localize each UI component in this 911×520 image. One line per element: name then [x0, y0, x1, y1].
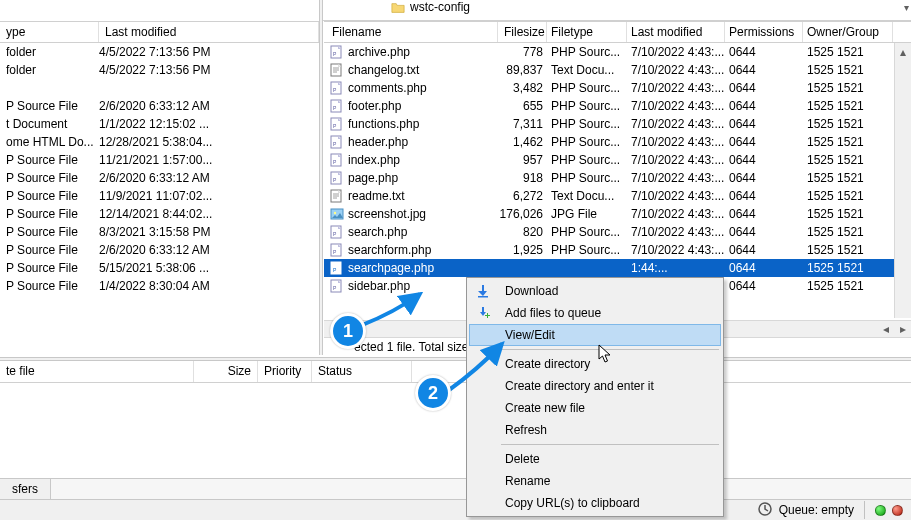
- ctx-add-to-queue[interactable]: Add files to queue: [469, 302, 721, 324]
- local-cell-type: folder: [0, 63, 99, 77]
- remote-list-row[interactable]: Psearchpage.php1:44:...06441525 1521: [324, 259, 911, 277]
- remote-list-row[interactable]: Psearchform.php1,925PHP Sourc...7/10/202…: [324, 241, 911, 259]
- local-list-row[interactable]: P Source File11/21/2021 1:57:00...: [0, 151, 319, 169]
- local-list-row[interactable]: P Source File12/14/2021 8:44:02...: [0, 205, 319, 223]
- remote-cell-owner: 1525 1521: [803, 63, 893, 77]
- ctx-refresh-label: Refresh: [505, 423, 547, 437]
- remote-col-modified[interactable]: Last modified: [627, 22, 725, 42]
- bottom-tabs: sfers: [0, 478, 911, 499]
- scroll-right-icon[interactable]: ▸: [894, 321, 911, 338]
- php-file-icon: P: [330, 243, 344, 257]
- local-list-row[interactable]: P Source File11/9/2021 11:07:02...: [0, 187, 319, 205]
- remote-cell-size: 6,272: [498, 189, 547, 203]
- remote-header[interactable]: Filename Filesize Filetype Last modified…: [324, 21, 911, 43]
- annotation-arrow-2: [447, 340, 512, 392]
- remote-cell-size: 820: [498, 225, 547, 239]
- local-list-row[interactable]: P Source File2/6/2020 6:33:12 AM: [0, 97, 319, 115]
- tree-folder-name[interactable]: wstc-config: [410, 0, 470, 14]
- ctx-download[interactable]: Download: [469, 280, 721, 302]
- dropdown-arrow-icon[interactable]: ▾: [904, 2, 909, 13]
- ctx-createdirenter-label: Create directory and enter it: [505, 379, 654, 393]
- remote-col-owner[interactable]: Owner/Group: [803, 22, 893, 42]
- local-list-row[interactable]: folder4/5/2022 7:13:56 PM: [0, 43, 319, 61]
- ctx-create-file[interactable]: Create new file: [469, 397, 721, 419]
- folder-icon[interactable]: [390, 0, 406, 16]
- status-dot-green-icon: [875, 505, 886, 516]
- remote-cell-name-wrap: Pheader.php: [324, 135, 498, 149]
- ctx-refresh[interactable]: Refresh: [469, 419, 721, 441]
- local-col-filetype[interactable]: ype: [0, 22, 99, 42]
- remote-cell-name-wrap: Pindex.php: [324, 153, 498, 167]
- remote-list-row[interactable]: Pfooter.php655PHP Sourc...7/10/2022 4:43…: [324, 97, 911, 115]
- remote-cell-type: Text Docu...: [547, 63, 627, 77]
- remote-list-row[interactable]: Pindex.php957PHP Sourc...7/10/2022 4:43:…: [324, 151, 911, 169]
- local-cell-type: folder: [0, 45, 99, 59]
- remote-list-row[interactable]: Pcomments.php3,482PHP Sourc...7/10/2022 …: [324, 79, 911, 97]
- remote-vertical-scrollbar[interactable]: ▴: [894, 43, 911, 318]
- ctx-rename[interactable]: Rename: [469, 470, 721, 492]
- local-list-row[interactable]: P Source File5/15/2021 5:38:06 ...: [0, 259, 319, 277]
- remote-cell-owner: 1525 1521: [803, 81, 893, 95]
- remote-cell-name-wrap: Pcomments.php: [324, 81, 498, 95]
- remote-cell-owner: 1525 1521: [803, 135, 893, 149]
- annotation-callout-2: 2: [415, 375, 451, 411]
- callout-2-label: 2: [428, 383, 438, 404]
- local-list-row[interactable]: P Source File2/6/2020 6:33:12 AM: [0, 169, 319, 187]
- local-list-row[interactable]: P Source File8/3/2021 3:15:58 PM: [0, 223, 319, 241]
- queue-col-file[interactable]: te file: [0, 361, 194, 382]
- scroll-up-icon[interactable]: ▴: [894, 43, 911, 60]
- local-col-modified[interactable]: Last modified: [99, 22, 319, 42]
- remote-col-permissions[interactable]: Permissions: [725, 22, 803, 42]
- remote-cell-modified: 7/10/2022 4:43:...: [627, 135, 725, 149]
- remote-cell-filename: footer.php: [348, 99, 401, 113]
- remote-list-row[interactable]: Pfunctions.php7,311PHP Sourc...7/10/2022…: [324, 115, 911, 133]
- queue-col-size[interactable]: Size: [194, 361, 258, 382]
- ctx-rename-label: Rename: [505, 474, 550, 488]
- remote-cell-modified: 7/10/2022 4:43:...: [627, 225, 725, 239]
- remote-cell-filename: sidebar.php: [348, 279, 410, 293]
- remote-col-filesize[interactable]: Filesize: [498, 22, 547, 42]
- vertical-splitter[interactable]: [319, 0, 323, 355]
- local-list-row[interactable]: t Document1/1/2022 12:15:02 ...: [0, 115, 319, 133]
- queue-col-status[interactable]: Status: [312, 361, 412, 382]
- tab-transfers[interactable]: sfers: [0, 479, 51, 499]
- php-file-icon: P: [330, 171, 344, 185]
- remote-col-filename[interactable]: Filename: [324, 22, 498, 42]
- local-list-row[interactable]: ome HTML Do...12/28/2021 5:38:04...: [0, 133, 319, 151]
- cursor-icon: [598, 344, 614, 364]
- local-list-row[interactable]: folder4/5/2022 7:13:56 PM: [0, 61, 319, 79]
- ctx-add-queue-label: Add files to queue: [505, 306, 601, 320]
- remote-cell-type: PHP Sourc...: [547, 243, 627, 257]
- remote-list-row[interactable]: changelog.txt89,837Text Docu...7/10/2022…: [324, 61, 911, 79]
- local-list-row[interactable]: [0, 79, 319, 97]
- remote-cell-type: PHP Sourc...: [547, 45, 627, 59]
- remote-list-row[interactable]: Pheader.php1,462PHP Sourc...7/10/2022 4:…: [324, 133, 911, 151]
- remote-list-row[interactable]: Ppage.php918PHP Sourc...7/10/2022 4:43:.…: [324, 169, 911, 187]
- remote-list-row[interactable]: screenshot.jpg176,026JPG File7/10/2022 4…: [324, 205, 911, 223]
- remote-cell-filename: page.php: [348, 171, 398, 185]
- remote-cell-permissions: 0644: [725, 189, 803, 203]
- local-cell-type: P Source File: [0, 189, 99, 203]
- remote-cell-filename: screenshot.jpg: [348, 207, 426, 221]
- remote-cell-size: 778: [498, 45, 547, 59]
- scroll-left-icon[interactable]: ◂: [877, 321, 894, 338]
- remote-cell-filename: searchform.php: [348, 243, 431, 257]
- remote-list-row[interactable]: Parchive.php778PHP Sourc...7/10/2022 4:4…: [324, 43, 911, 61]
- local-cell-modified: 8/3/2021 3:15:58 PM: [99, 225, 319, 239]
- local-cell-modified: 12/14/2021 8:44:02...: [99, 207, 319, 221]
- remote-cell-type: PHP Sourc...: [547, 171, 627, 185]
- remote-col-filetype[interactable]: Filetype: [547, 22, 627, 42]
- ctx-delete[interactable]: Delete: [469, 448, 721, 470]
- remote-cell-modified: 7/10/2022 4:43:...: [627, 99, 725, 113]
- remote-list-row[interactable]: readme.txt6,272Text Docu...7/10/2022 4:4…: [324, 187, 911, 205]
- remote-cell-size: 655: [498, 99, 547, 113]
- callout-1-label: 1: [343, 321, 353, 342]
- local-cell-modified: 12/28/2021 5:38:04...: [99, 135, 319, 149]
- local-list-row[interactable]: P Source File2/6/2020 6:33:12 AM: [0, 241, 319, 259]
- php-file-icon: P: [330, 135, 344, 149]
- ctx-copy-url[interactable]: Copy URL(s) to clipboard: [469, 492, 721, 514]
- local-list-row[interactable]: P Source File1/4/2022 8:30:04 AM: [0, 277, 319, 295]
- remote-list-row[interactable]: Psearch.php820PHP Sourc...7/10/2022 4:43…: [324, 223, 911, 241]
- queue-col-priority[interactable]: Priority: [258, 361, 312, 382]
- local-header[interactable]: ype Last modified: [0, 21, 319, 43]
